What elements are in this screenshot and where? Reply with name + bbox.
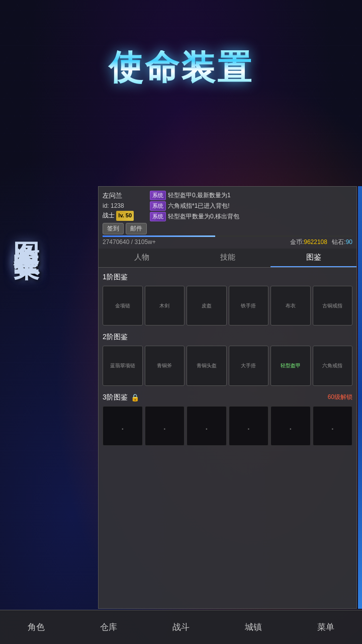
currency-info: 金币:9622108 钻石:90 <box>290 238 352 247</box>
item-label: 轻型盔甲 <box>280 361 302 370</box>
item-cell[interactable]: 木剑 <box>145 286 185 326</box>
level-badge: lv. 50 <box>116 211 134 221</box>
tab-bar: 人物 技能 图鉴 <box>99 249 356 268</box>
tier1-header: 1阶图鉴 <box>103 273 352 282</box>
title-area: 使命装置 <box>0 50 362 85</box>
item-cell[interactable]: 铁手捂 <box>229 286 269 326</box>
tier2-grid: 蓝翡翠项链 青铜斧 青铜头盔 大手捂 轻型盔甲 六角戒指 <box>103 346 352 386</box>
item-label: 青铜头盔 <box>196 361 218 370</box>
item-cell <box>229 406 269 446</box>
item-cell[interactable]: 古铜戒指 <box>313 286 353 326</box>
sys-tag-3: 系统 <box>150 212 166 221</box>
player-id: id: 1238 <box>103 201 147 211</box>
item-cell[interactable]: 金项链 <box>103 286 143 326</box>
item-label: 金项链 <box>114 301 131 310</box>
progress-bar-wrap <box>103 235 352 237</box>
bottom-nav: 角色 仓库 战斗 城镇 菜单 <box>0 610 362 644</box>
sys-tag-1: 系统 <box>150 191 166 200</box>
signin-button[interactable]: 签到 <box>103 223 124 234</box>
item-label <box>246 419 251 433</box>
item-label <box>204 419 209 433</box>
item-label <box>120 419 125 433</box>
side-bar <box>358 186 362 609</box>
item-label: 古铜戒指 <box>321 301 343 310</box>
tier3-title: 3阶图鉴 <box>103 393 128 402</box>
item-cell[interactable]: 六角戒指 <box>313 346 353 386</box>
tier3-grid <box>103 406 352 446</box>
tier1-grid: 金项链 木剑 皮盔 铁手捂 布衣 古铜戒指 <box>103 286 352 326</box>
sys-text-2: 六角戒指*1已进入背包! <box>168 202 230 210</box>
item-cell[interactable]: 青铜斧 <box>145 346 185 386</box>
item-cell <box>313 406 353 446</box>
item-label: 皮盔 <box>201 301 213 310</box>
item-cell[interactable]: 布衣 <box>270 286 311 326</box>
item-label: 大手捂 <box>240 361 257 370</box>
sys-text-3: 轻型盔甲数量为0,移出背包 <box>168 212 239 221</box>
item-cell[interactable]: 大手捂 <box>229 346 269 386</box>
tab-collection[interactable]: 图鉴 <box>270 249 356 267</box>
item-cell <box>103 406 143 446</box>
item-label: 铁手捂 <box>240 301 257 310</box>
item-label <box>288 419 293 433</box>
player-class: 战士 lv. 50 <box>103 211 147 221</box>
item-label <box>162 419 167 433</box>
nav-warehouse[interactable]: 仓库 <box>72 610 145 644</box>
item-label <box>330 419 335 433</box>
sys-tag-2: 系统 <box>150 201 166 211</box>
gem-value: 90 <box>346 238 352 246</box>
item-cell <box>270 406 311 446</box>
player-info: 左问兰 id: 1238 战士 lv. 50 签到 邮件 <box>103 191 147 234</box>
unlock-label: 60级解锁 <box>328 393 352 401</box>
tier2-header: 2阶图鉴 <box>103 333 352 342</box>
nav-menu[interactable]: 菜单 <box>290 610 362 644</box>
progress-text: 27470640 / 3105w+ <box>103 238 156 246</box>
item-label: 蓝翡翠项链 <box>109 361 136 370</box>
player-name: 左问兰 <box>103 191 147 201</box>
nav-role[interactable]: 角色 <box>0 610 72 644</box>
main-panel: 左问兰 id: 1238 战士 lv. 50 签到 邮件 系统 轻型盔甲0,最新… <box>98 186 357 609</box>
tab-character[interactable]: 人物 <box>99 249 185 267</box>
game-title: 使命装置 <box>0 50 362 85</box>
system-messages: 系统 轻型盔甲0,最新数量为1 系统 六角戒指*1已进入背包! 系统 轻型盔甲数… <box>150 191 352 221</box>
mail-button[interactable]: 邮件 <box>126 223 147 234</box>
action-buttons: 签到 邮件 <box>103 223 147 234</box>
nav-battle[interactable]: 战斗 <box>145 610 217 644</box>
lock-icon: 🔒 <box>131 393 139 401</box>
sys-msg-3: 系统 轻型盔甲数量为0,移出背包 <box>150 212 352 221</box>
gold-label: 金币: <box>290 238 304 246</box>
side-decoration: 图鉴收集 <box>10 221 41 237</box>
item-label: 青铜斧 <box>156 361 173 370</box>
tier2-title: 2阶图鉴 <box>103 333 128 342</box>
tier1-title: 1阶图鉴 <box>103 273 128 282</box>
progress-bar <box>103 235 215 237</box>
tab-skills[interactable]: 技能 <box>185 249 270 267</box>
item-cell[interactable]: 青铜头盔 <box>187 346 227 386</box>
item-label: 布衣 <box>285 301 297 310</box>
item-cell[interactable]: 皮盔 <box>187 286 227 326</box>
header-info: 左问兰 id: 1238 战士 lv. 50 签到 邮件 系统 轻型盔甲0,最新… <box>99 187 356 234</box>
item-cell[interactable]: 蓝翡翠项链 <box>103 346 143 386</box>
nav-town[interactable]: 城镇 <box>217 610 290 644</box>
progress-section: 27470640 / 3105w+ 金币:9622108 钻石:90 <box>99 234 356 249</box>
item-cell <box>145 406 185 446</box>
item-label: 木剑 <box>158 301 170 310</box>
sys-text-1: 轻型盔甲0,最新数量为1 <box>168 191 231 200</box>
gem-label: 钻石: <box>332 238 345 246</box>
item-cell <box>187 406 227 446</box>
tier3-header: 3阶图鉴 🔒 60级解锁 <box>103 393 352 402</box>
gold-value: 9622108 <box>304 238 327 246</box>
item-cell[interactable]: 轻型盔甲 <box>270 346 311 386</box>
sys-msg-2: 系统 六角戒指*1已进入背包! <box>150 201 352 211</box>
item-label: 六角戒指 <box>321 361 343 370</box>
sys-msg-1: 系统 轻型盔甲0,最新数量为1 <box>150 191 352 200</box>
collection-content: 1阶图鉴 金项链 木剑 皮盔 铁手捂 布衣 古铜戒指 2阶图鉴 蓝翡翠项链 青铜… <box>99 268 356 608</box>
